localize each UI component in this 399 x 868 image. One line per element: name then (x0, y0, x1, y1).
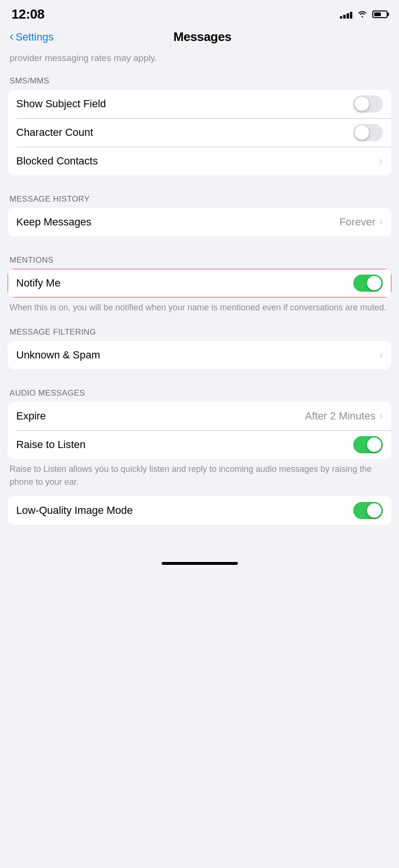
raise-to-listen-label: Raise to Listen (16, 439, 86, 451)
character-count-toggle[interactable] (353, 124, 383, 141)
chevron-right-icon: › (379, 410, 383, 422)
unknown-spam-right: › (379, 349, 383, 361)
cell-show-subject-field[interactable]: Show Subject Field (8, 90, 391, 118)
status-icons (340, 9, 388, 20)
blocked-contacts-label: Blocked Contacts (16, 155, 98, 167)
section-mentions: MENTIONS Notify Me When this is on, you … (0, 250, 399, 322)
card-message-history: Keep Messages Forever › (8, 208, 391, 236)
cell-expire[interactable]: Expire After 2 Minutes › (8, 402, 391, 430)
section-header-message-filtering: MESSAGE FILTERING (0, 322, 399, 341)
audio-messages-footer: Raise to Listen allows you to quickly li… (0, 459, 399, 496)
section-message-history: MESSAGE HISTORY Keep Messages Forever › (0, 189, 399, 236)
cell-blocked-contacts[interactable]: Blocked Contacts › (8, 147, 391, 175)
toggle-thumb (355, 97, 369, 111)
home-indicator (0, 553, 399, 570)
card-low-quality: Low-Quality Image Mode (8, 496, 391, 525)
back-button[interactable]: ‹ Settings (10, 30, 53, 44)
cell-character-count[interactable]: Character Count (8, 118, 391, 147)
section-sms-mms: SMS/MMS Show Subject Field Character Cou… (0, 71, 399, 175)
keep-messages-right: Forever › (339, 216, 383, 228)
card-sms-mms: Show Subject Field Character Count Block… (8, 90, 391, 175)
top-description: provider messaging rates may apply. (0, 52, 399, 71)
signal-icon (340, 10, 352, 19)
card-audio-messages: Expire After 2 Minutes › Raise to Listen (8, 402, 391, 459)
cell-low-quality-image-mode[interactable]: Low-Quality Image Mode (8, 496, 391, 525)
toggle-thumb (355, 125, 369, 140)
chevron-right-icon: › (379, 216, 383, 228)
expire-value: After 2 Minutes (305, 410, 376, 422)
nav-bar: ‹ Settings Messages (0, 26, 399, 52)
section-message-filtering: MESSAGE FILTERING Unknown & Spam › (0, 322, 399, 369)
back-label: Settings (16, 31, 54, 43)
keep-messages-value: Forever (339, 216, 376, 228)
section-header-audio-messages: AUDIO MESSAGES (0, 383, 399, 402)
section-header-message-history: MESSAGE HISTORY (0, 189, 399, 208)
card-message-filtering: Unknown & Spam › (8, 341, 391, 369)
mentions-footer: When this is on, you will be notified wh… (0, 297, 399, 322)
expire-right: After 2 Minutes › (305, 410, 383, 422)
toggle-thumb (367, 438, 381, 452)
show-subject-field-label: Show Subject Field (16, 98, 106, 110)
keep-messages-label: Keep Messages (16, 216, 92, 228)
section-header-mentions: MENTIONS (0, 250, 399, 269)
section-low-quality: Low-Quality Image Mode (0, 496, 399, 525)
toggle-thumb (367, 503, 381, 518)
toggle-thumb (367, 276, 381, 290)
section-audio-messages: AUDIO MESSAGES Expire After 2 Minutes › … (0, 383, 399, 496)
status-bar: 12:08 (0, 0, 399, 26)
chevron-right-icon: › (379, 349, 383, 361)
blocked-contacts-right: › (379, 155, 383, 167)
cell-keep-messages[interactable]: Keep Messages Forever › (8, 208, 391, 236)
notify-me-toggle[interactable] (353, 275, 383, 292)
home-bar (162, 562, 238, 565)
cell-raise-to-listen[interactable]: Raise to Listen (8, 430, 391, 459)
page-title: Messages (174, 30, 232, 44)
cell-unknown-spam[interactable]: Unknown & Spam › (8, 341, 391, 369)
battery-icon (372, 10, 388, 18)
section-header-sms-mms: SMS/MMS (0, 71, 399, 90)
status-time: 12:08 (11, 7, 44, 22)
notify-me-label: Notify Me (16, 277, 61, 289)
character-count-label: Character Count (16, 126, 93, 139)
low-quality-image-mode-toggle[interactable] (353, 502, 383, 519)
wifi-icon (357, 9, 368, 20)
cell-notify-me[interactable]: Notify Me (8, 269, 391, 297)
show-subject-field-toggle[interactable] (353, 95, 383, 112)
chevron-right-icon: › (379, 155, 383, 167)
low-quality-image-mode-label: Low-Quality Image Mode (16, 504, 133, 517)
chevron-left-icon: ‹ (10, 29, 14, 44)
card-mentions: Notify Me (8, 269, 391, 297)
raise-to-listen-toggle[interactable] (353, 436, 383, 453)
unknown-spam-label: Unknown & Spam (16, 349, 100, 361)
expire-label: Expire (16, 410, 46, 422)
